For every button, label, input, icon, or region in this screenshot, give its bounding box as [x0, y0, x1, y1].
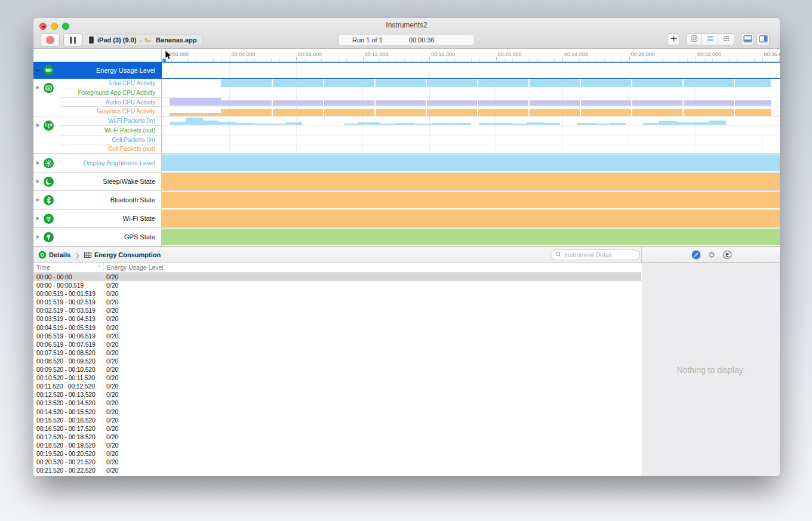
track-label-brightness[interactable]: Display Brightness Level [33, 154, 162, 172]
column-header-time[interactable]: Time [36, 264, 50, 271]
target-selector[interactable]: iPad (3) (9.0) › Bananas.app [82, 34, 203, 46]
table-grid-icon [84, 251, 92, 261]
table-row[interactable]: 00:04.519 - 00:05.5190/20 [33, 323, 641, 332]
track-timeline-gps[interactable] [162, 228, 780, 246]
track-sublabel: Cell Packets (in) [60, 135, 161, 145]
track-network[interactable]: Wi-Fi Packets (in)Wi-Fi Packets (out)Cel… [33, 116, 780, 154]
track-subrow[interactable] [162, 88, 780, 98]
table-row[interactable]: 00:15.520 - 00:16.5200/20 [33, 416, 641, 424]
track-label-wifistate[interactable]: Wi-Fi State [33, 209, 162, 227]
column-divider[interactable] [103, 263, 104, 272]
search-input[interactable] [564, 251, 630, 258]
table-row[interactable]: 00:18.520 - 00:19.5200/20 [33, 441, 641, 449]
toggle-detail-pane-button[interactable] [741, 33, 754, 45]
strategy-tab-selected[interactable] [691, 250, 701, 260]
table-row[interactable]: 00:09.520 - 00:10.5200/20 [33, 365, 641, 374]
table-row[interactable]: 00:05.519 - 00:06.5190/20 [33, 332, 641, 340]
column-header-energy[interactable]: Energy Usage Level [107, 264, 164, 271]
sort-indicator[interactable]: ^ [98, 264, 100, 270]
track-subrow[interactable] [162, 116, 780, 126]
table-row[interactable]: 00:14.520 - 00:15.5200/20 [33, 408, 641, 416]
instrument-detail-search[interactable] [550, 249, 640, 260]
details-circle-icon [38, 251, 47, 261]
table-row[interactable]: 00:06.519 - 00:07.5190/20 [33, 340, 641, 349]
track-timeline-energy[interactable] [162, 62, 780, 78]
breadcrumb-current[interactable]: Energy Consumption [94, 251, 161, 258]
record-button[interactable] [41, 33, 60, 47]
ruler-tick-label: 00:36.000 [764, 51, 780, 57]
track-subrow[interactable] [162, 79, 780, 88]
track-subrow[interactable] [162, 126, 780, 135]
track-energy[interactable]: Energy Usage Level [33, 62, 780, 79]
plus-icon [670, 34, 678, 45]
track-timeline-brightness[interactable] [162, 154, 780, 172]
track-subrow[interactable] [162, 107, 780, 116]
track-label-sleepwake[interactable]: Sleep/Wake State [33, 172, 162, 190]
toggle-inspector-pane-button[interactable] [756, 33, 770, 45]
add-instrument-button[interactable] [667, 33, 680, 45]
table-row[interactable]: 00:02.519 - 00:03.5190/20 [33, 306, 641, 315]
breadcrumb-root[interactable]: Details [49, 251, 70, 258]
activity-bar [684, 109, 734, 116]
list-view-button[interactable] [702, 33, 718, 45]
table-row[interactable]: 00:07.519 - 00:08.5200/20 [33, 349, 641, 357]
track-label-energy[interactable]: Energy Usage Level [33, 62, 162, 78]
disclosure-triangle-icon[interactable] [36, 69, 39, 72]
disclosure-triangle-icon[interactable] [36, 124, 39, 127]
table-row[interactable]: 00:22.520 - 00:23.5200/20 [33, 474, 641, 476]
track-label-gps[interactable]: GPS State [33, 228, 162, 246]
track-label-bluetooth[interactable]: Bluetooth State [33, 191, 162, 209]
track-timeline-cpu[interactable] [162, 79, 780, 116]
table-row[interactable]: 00:03.519 - 00:04.5190/20 [33, 315, 641, 323]
table-row[interactable]: 00:17.520 - 00:18.5200/20 [33, 433, 641, 441]
track-label-network[interactable]: Wi-Fi Packets (in)Wi-Fi Packets (out)Cel… [33, 116, 162, 153]
pause-button[interactable] [63, 33, 82, 47]
track-label-cpu[interactable]: Total CPU ActivityForeground App CPU Act… [33, 79, 162, 116]
disclosure-triangle-icon[interactable] [36, 235, 39, 239]
table-row[interactable]: 00:13.520 - 00:14.5200/20 [33, 399, 641, 407]
track-timeline-wifistate[interactable] [162, 209, 780, 227]
track-cpu[interactable]: Total CPU ActivityForeground App CPU Act… [33, 79, 780, 116]
display-settings-tab[interactable] [707, 250, 716, 260]
track-bluetooth[interactable]: Bluetooth State [33, 191, 780, 209]
table-row[interactable]: 00:01.519 - 00:02.5190/20 [33, 298, 641, 306]
disclosure-triangle-icon[interactable] [36, 180, 39, 183]
track-brightness[interactable]: Display Brightness Level [33, 154, 780, 172]
table-row[interactable]: 00:00 - 00:00.5190/20 [33, 281, 641, 289]
track-sleepwake[interactable]: Sleep/Wake State [33, 172, 780, 191]
extended-detail-tab[interactable]: E [722, 250, 732, 260]
grid-view-button[interactable] [718, 33, 734, 45]
table-row[interactable]: 00:20.520 - 00:21.5200/20 [33, 458, 641, 466]
run-status-display: Run 1 of 1 00:00:36 [339, 34, 475, 45]
activity-bar [735, 109, 771, 116]
cell-energy-level: 0/20 [103, 441, 118, 449]
table-row[interactable]: 00:08.520 - 00:09.5200/20 [33, 357, 641, 365]
track-timeline-bluetooth[interactable] [162, 191, 780, 209]
track-gps[interactable]: GPS State [33, 228, 780, 246]
track-wifistate[interactable]: Wi-Fi State [33, 209, 780, 228]
instruments-view-button[interactable] [686, 33, 702, 45]
table-row[interactable]: 00:19.520 - 00:20.5200/20 [33, 449, 641, 458]
table-row[interactable]: 00:00.519 - 00:01.5190/20 [33, 289, 641, 298]
activity-bar [643, 123, 659, 125]
activity-bar [513, 124, 527, 125]
track-subrow[interactable] [162, 98, 780, 107]
disclosure-triangle-icon[interactable] [36, 217, 39, 220]
track-subrow[interactable] [162, 135, 780, 145]
disclosure-triangle-icon[interactable] [36, 86, 39, 90]
cell-energy-level: 0/20 [103, 449, 118, 458]
disclosure-triangle-icon[interactable] [36, 161, 39, 165]
track-timeline-sleepwake[interactable] [162, 172, 780, 190]
detail-table-body[interactable]: 00:00 - 00:000/2000:00 - 00:00.5190/2000… [33, 273, 641, 476]
table-row[interactable]: 00:12.520 - 00:13.5200/20 [33, 390, 641, 399]
table-row[interactable]: 00:21.520 - 00:22.5200/20 [33, 466, 641, 474]
track-timeline-network[interactable] [162, 116, 780, 153]
disclosure-triangle-icon[interactable] [36, 198, 39, 202]
table-row[interactable]: 00:16.520 - 00:17.5200/20 [33, 424, 641, 433]
table-row[interactable]: 00:00 - 00:000/20 [33, 273, 641, 281]
timeline-ruler[interactable]: 00:00.00000:04.00000:08.00000:12.00000:1… [162, 49, 780, 62]
track-subrow[interactable] [162, 144, 780, 153]
table-row[interactable]: 00:10.520 - 00:11.5200/20 [33, 374, 641, 382]
table-row[interactable]: 00:11.520 - 00:12.5200/20 [33, 382, 641, 390]
target-app-label: Bananas.app [156, 36, 196, 44]
